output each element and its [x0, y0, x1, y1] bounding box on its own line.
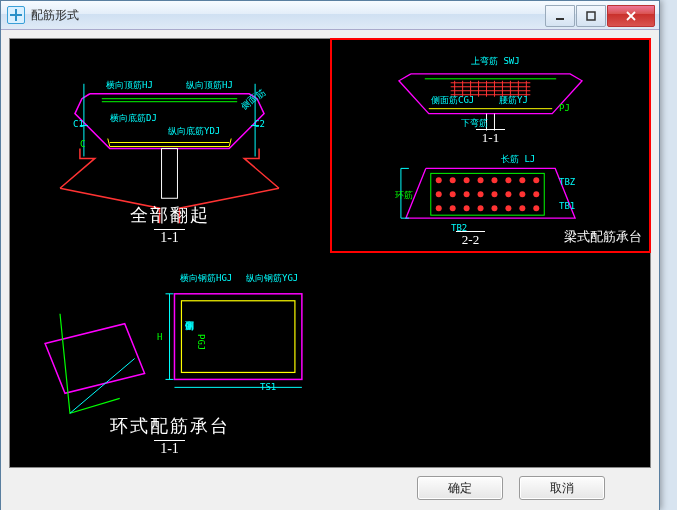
- lbl-top-bar: 上弯筋 SWJ: [471, 55, 520, 68]
- lbl-tb1: TB1: [559, 201, 575, 211]
- maximize-button[interactable]: [576, 5, 606, 27]
- svg-point-52: [505, 205, 511, 211]
- minimize-button[interactable]: [545, 5, 575, 27]
- lbl-tbz: TBZ: [559, 177, 575, 187]
- lbl-bot-v: 纵向底筋YDJ: [168, 125, 220, 138]
- svg-point-45: [519, 191, 525, 197]
- svg-point-34: [478, 177, 484, 183]
- client-area: 横向顶筋HJ 纵向顶筋HJ 横向底筋DJ 纵向底筋YDJ 侧面筋 C1 C2 C…: [1, 30, 659, 510]
- dialog-window: 配筋形式: [0, 0, 660, 510]
- lbl-ring: PGJ: [196, 334, 206, 350]
- option-full-flip[interactable]: 横向顶筋HJ 纵向顶筋HJ 横向底筋DJ 纵向底筋YDJ 侧面筋 C1 C2 C…: [10, 39, 329, 252]
- lbl-hbar: 横向钢筋HGJ: [180, 272, 232, 285]
- lbl-vbar: 纵向钢筋YGJ: [246, 272, 298, 285]
- window-title: 配筋形式: [31, 7, 544, 24]
- option-beam[interactable]: 上弯筋 SWJ 侧面筋CGJ 腰筋YJ 下弯筋 PJ 长筋 LJ 环筋 TBZ …: [331, 39, 650, 252]
- background-window-sliver: 筋三 从其它: [660, 0, 677, 510]
- caption-text: 全部翻起: [10, 203, 329, 227]
- lbl-c2: C2: [254, 119, 265, 129]
- svg-point-40: [450, 191, 456, 197]
- svg-point-49: [464, 205, 470, 211]
- svg-point-31: [436, 177, 442, 183]
- svg-point-43: [491, 191, 497, 197]
- lbl-top-h: 横向顶筋HJ: [106, 79, 153, 92]
- svg-point-33: [464, 177, 470, 183]
- svg-point-53: [519, 205, 525, 211]
- svg-rect-1: [587, 12, 595, 20]
- svg-point-46: [533, 191, 539, 197]
- svg-point-51: [491, 205, 497, 211]
- minimize-icon: [555, 11, 565, 21]
- lbl-pj: PJ: [559, 103, 570, 113]
- lbl-bot-h: 横向底筋DJ: [110, 112, 157, 125]
- maximize-icon: [586, 11, 596, 21]
- svg-marker-59: [45, 324, 145, 394]
- svg-point-41: [464, 191, 470, 197]
- lbl-c: C: [80, 139, 85, 149]
- svg-point-37: [519, 177, 525, 183]
- svg-rect-55: [431, 173, 544, 215]
- titlebar[interactable]: 配筋形式: [1, 1, 659, 30]
- svg-point-42: [478, 191, 484, 197]
- section-2-2: 2-2: [331, 229, 650, 248]
- svg-point-35: [491, 177, 497, 183]
- lbl-c1: C1: [73, 119, 84, 129]
- dialog-buttons: 确定 取消: [9, 468, 651, 500]
- caption-full-flip: 全部翻起 1-1: [10, 203, 329, 246]
- svg-rect-10: [162, 148, 178, 198]
- caption-text: 环式配筋承台: [10, 414, 329, 438]
- caption-ring: 环式配筋承台 1-1: [10, 414, 329, 457]
- svg-point-38: [533, 177, 539, 183]
- option-empty: [331, 254, 650, 467]
- svg-rect-60: [174, 294, 301, 380]
- cancel-button[interactable]: 取消: [519, 476, 605, 500]
- section-label: 1-1: [154, 440, 185, 457]
- option-ring[interactable]: 横向钢筋HGJ 纵向钢筋YGJ PGJ 侧面钢筋 TS1 H 环式配筋承台 1-…: [10, 254, 329, 467]
- svg-point-50: [478, 205, 484, 211]
- svg-point-48: [450, 205, 456, 211]
- close-button[interactable]: [607, 5, 655, 27]
- svg-point-39: [436, 191, 442, 197]
- ok-button[interactable]: 确定: [417, 476, 503, 500]
- svg-point-47: [436, 205, 442, 211]
- lbl-side-bar: 侧面筋CGJ: [431, 94, 474, 107]
- close-icon: [626, 11, 636, 21]
- svg-point-54: [533, 205, 539, 211]
- lbl-ts1: TS1: [260, 382, 276, 392]
- option-grid: 横向顶筋HJ 纵向顶筋HJ 横向底筋DJ 纵向底筋YDJ 侧面筋 C1 C2 C…: [9, 38, 651, 468]
- section-1-1: 1-1: [331, 127, 650, 146]
- lbl-dim: H: [157, 332, 162, 342]
- lbl-waist: 腰筋YJ: [499, 94, 528, 107]
- lbl-long: 长筋 LJ: [501, 153, 535, 166]
- app-icon: [7, 6, 25, 24]
- svg-point-36: [505, 177, 511, 183]
- window-controls: [544, 5, 655, 25]
- lbl-stirrup: 环筋: [395, 189, 413, 202]
- svg-point-32: [450, 177, 456, 183]
- svg-point-44: [505, 191, 511, 197]
- lbl-top-v: 纵向顶筋HJ: [186, 79, 233, 92]
- section-label: 1-1: [154, 229, 185, 246]
